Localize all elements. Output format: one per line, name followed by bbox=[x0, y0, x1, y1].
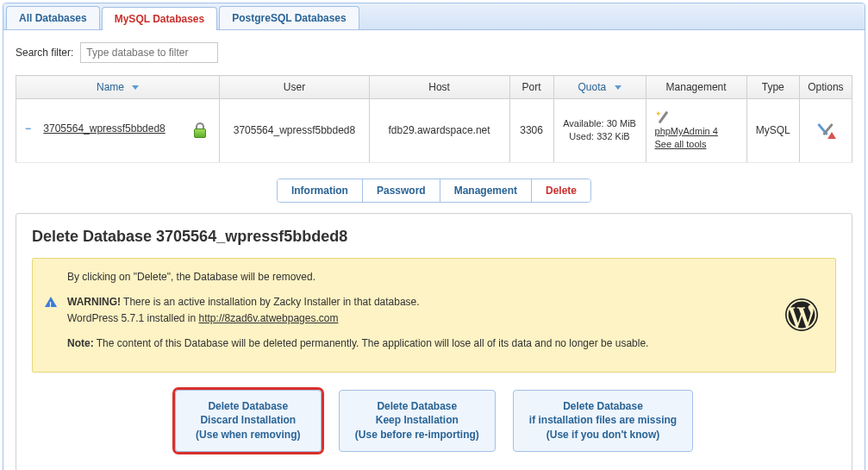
cell-type: MySQL bbox=[746, 99, 799, 163]
btn-line: Delete Database bbox=[355, 399, 479, 414]
btn-line: Delete Database bbox=[191, 399, 305, 414]
collapse-toggle[interactable]: − bbox=[25, 122, 35, 135]
quota-available: Available: 30 MiB bbox=[561, 117, 639, 130]
warning-label: WARNING! bbox=[67, 296, 121, 308]
delete-missing-button[interactable]: Delete Database if installation files ar… bbox=[513, 390, 693, 452]
search-label: Search filter: bbox=[16, 47, 73, 59]
col-quota[interactable]: Quota bbox=[553, 76, 646, 99]
cell-host: fdb29.awardspace.net bbox=[369, 99, 509, 163]
btn-line: Keep Installation bbox=[355, 413, 479, 428]
warning-icon bbox=[45, 297, 57, 309]
cell-user: 3705564_wpressf5bbded8 bbox=[220, 99, 369, 163]
subtab-delete[interactable]: Delete bbox=[532, 179, 590, 202]
subtab-management[interactable]: Management bbox=[440, 179, 532, 202]
delete-panel: Delete Database 3705564_wpressf5bbded8 B… bbox=[16, 213, 852, 470]
note-text: The content of this Database will be del… bbox=[94, 337, 649, 349]
btn-line: (Use before re-importing) bbox=[355, 428, 479, 442]
sort-desc-icon bbox=[615, 85, 621, 90]
note-label: Note: bbox=[67, 337, 94, 349]
warning-line2: WARNING! There is an active installation… bbox=[67, 294, 823, 327]
search-row: Search filter: bbox=[16, 42, 852, 63]
btn-line: (Use if you don't know) bbox=[529, 428, 677, 442]
subtab-information[interactable]: Information bbox=[278, 179, 363, 202]
top-tabs: All Databases MySQL Databases PostgreSQL… bbox=[3, 3, 865, 30]
database-panel: All Databases MySQL Databases PostgreSQL… bbox=[3, 3, 865, 470]
wordpress-icon bbox=[785, 298, 818, 331]
phpmyadmin-link[interactable]: phpMyAdmin 4 bbox=[655, 126, 718, 136]
panel-body: Search filter: Name User Host Port Quota bbox=[3, 30, 865, 470]
col-user[interactable]: User bbox=[220, 76, 369, 99]
btn-line: Delete Database bbox=[529, 399, 677, 414]
warning-text: There is an active installation by Zacky… bbox=[121, 296, 420, 308]
warning-note: Note: The content of this Database will … bbox=[67, 335, 823, 352]
sort-desc-icon bbox=[132, 85, 139, 90]
lock-icon bbox=[193, 122, 207, 138]
tools-icon[interactable] bbox=[817, 122, 834, 137]
wand-icon bbox=[655, 110, 671, 125]
cell-quota: Available: 30 MiB Used: 332 KiB bbox=[553, 99, 646, 163]
delete-discard-button[interactable]: Delete Database Discard Installation (Us… bbox=[175, 390, 322, 452]
quota-used: Used: 332 KiB bbox=[561, 130, 639, 143]
tab-postgresql-databases[interactable]: PostgreSQL Databases bbox=[219, 6, 359, 29]
col-quota-label: Quota bbox=[578, 81, 607, 93]
col-name-label: Name bbox=[97, 81, 124, 93]
tab-mysql-databases[interactable]: MySQL Databases bbox=[102, 7, 218, 30]
warning-line1: By clicking on "Delete", the Database wi… bbox=[67, 269, 823, 285]
warning-box: By clicking on "Delete", the Database wi… bbox=[32, 258, 836, 373]
cell-port: 3306 bbox=[509, 99, 553, 163]
delete-keep-button[interactable]: Delete Database Keep Installation (Use b… bbox=[339, 390, 496, 452]
databases-table: Name User Host Port Quota Management Typ… bbox=[16, 75, 852, 163]
subtab-password[interactable]: Password bbox=[363, 179, 440, 202]
install-url-link[interactable]: http://8zad6v.atwebpages.com bbox=[199, 312, 339, 324]
cell-name: − 3705564_wpressf5bbded8 bbox=[16, 99, 220, 163]
search-input[interactable] bbox=[80, 42, 218, 63]
install-prefix: WordPress 5.7.1 installed in bbox=[67, 312, 199, 324]
cell-options bbox=[799, 99, 852, 163]
col-options[interactable]: Options bbox=[799, 76, 852, 99]
action-buttons-row: Delete Database Discard Installation (Us… bbox=[32, 390, 836, 452]
delete-panel-title: Delete Database 3705564_wpressf5bbded8 bbox=[32, 228, 836, 246]
btn-line: if installation files are missing bbox=[529, 413, 677, 428]
col-type[interactable]: Type bbox=[746, 76, 799, 99]
see-all-tools-link[interactable]: See all tools bbox=[655, 139, 707, 149]
cell-management: phpMyAdmin 4 See all tools bbox=[646, 99, 746, 163]
col-host[interactable]: Host bbox=[369, 76, 509, 99]
detail-tabs: Information Password Management Delete bbox=[16, 179, 852, 203]
col-port[interactable]: Port bbox=[509, 76, 553, 99]
tab-all-databases[interactable]: All Databases bbox=[6, 6, 100, 29]
btn-line: Discard Installation bbox=[191, 413, 305, 428]
col-name[interactable]: Name bbox=[16, 76, 220, 99]
btn-line: (Use when removing) bbox=[191, 428, 305, 442]
col-management[interactable]: Management bbox=[646, 76, 746, 99]
database-name-link[interactable]: 3705564_wpressf5bbded8 bbox=[43, 122, 165, 135]
table-row: − 3705564_wpressf5bbded8 3705564_wpressf… bbox=[16, 99, 852, 163]
